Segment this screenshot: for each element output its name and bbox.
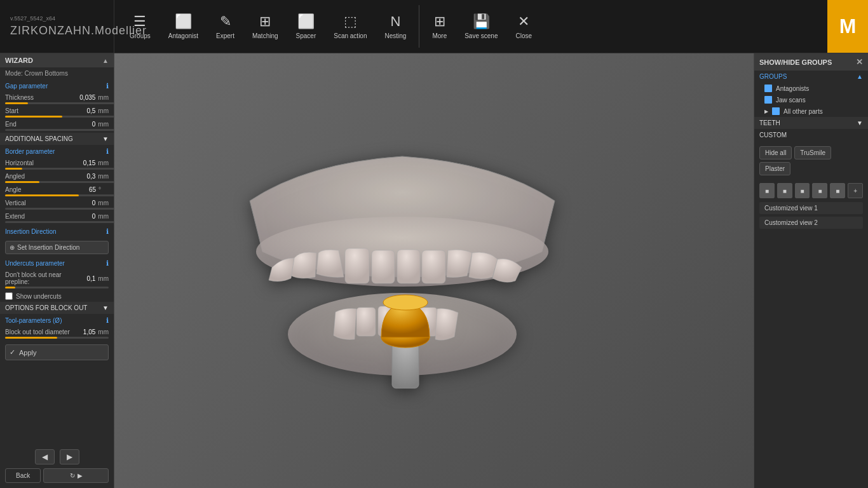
topbar: v.5527_5542_x64 ZIRKONZAHN.Modellier ☰Gr…: [0, 0, 868, 53]
nesting-label: Nesting: [385, 32, 407, 39]
toolbar-matching-button[interactable]: ⊞Matching: [243, 8, 287, 44]
next-button[interactable]: ↻ ▶: [43, 468, 109, 483]
undercuts-parameter-header: Undercuts parameter ℹ: [0, 257, 114, 270]
additional-spacing-icon: ▼: [102, 135, 109, 142]
plaster-button[interactable]: Plaster: [759, 162, 790, 175]
back-button[interactable]: Back: [5, 468, 41, 483]
groups-label: Groups: [130, 32, 151, 39]
view-icon-3[interactable]: ■: [795, 183, 810, 198]
tooth-model-svg: [212, 150, 593, 391]
undercuts-info-icon[interactable]: ℹ: [106, 259, 109, 268]
nav-footer: Back ↻ ▶: [5, 468, 109, 483]
gap-parameter-header: Gap parameter ℹ: [0, 79, 114, 93]
border-fields: Horizontal0,15mmAngled0,3mmAngle65°Verti…: [0, 158, 114, 225]
bottom-nav: ◀ ▶ Back ↻ ▶: [0, 444, 114, 488]
logo-text: ZIRKONZAHN.Modellier: [10, 24, 104, 37]
insertion-info-icon[interactable]: ℹ: [106, 227, 109, 236]
groups-icon: ☰: [133, 13, 146, 30]
nav-prev-button[interactable]: ◀: [35, 449, 55, 464]
hide-all-button[interactable]: Hide all: [759, 146, 792, 159]
show-undercuts-checkbox[interactable]: [5, 292, 13, 300]
toolbar-more-button[interactable]: ⊞More: [423, 8, 456, 44]
wizard-header[interactable]: WIZARD ▲: [0, 53, 114, 67]
dont-block-row: Don't block out near prepline: 0,1 mm: [0, 270, 114, 287]
border-field-vertical: Vertical0mm: [0, 198, 114, 208]
view-icon-4[interactable]: ■: [812, 183, 827, 198]
border-slider-angled[interactable]: [5, 181, 114, 183]
customized-view-2[interactable]: Customized view 2: [759, 217, 863, 229]
toolbar-scan-action-button[interactable]: ⬚Scan action: [325, 8, 376, 44]
trusmile-button[interactable]: TruSmile: [794, 146, 831, 159]
view-icon-add[interactable]: +: [848, 183, 863, 198]
border-parameter-label: Border parameter: [5, 148, 55, 155]
teeth-section-header[interactable]: TEETH ▼: [754, 117, 868, 129]
hide-controls: Hide all TruSmile Plaster: [754, 141, 868, 180]
gap-info-icon[interactable]: ℹ: [106, 82, 109, 90]
toolbar-antagonist-button[interactable]: ⬜Antagonist: [159, 8, 207, 44]
nav-next-button[interactable]: ▶: [60, 449, 79, 464]
all-other-parts-checkbox[interactable]: [772, 107, 780, 115]
gap-slider-start[interactable]: [5, 116, 114, 118]
groups-section-label: GROUPS: [759, 73, 787, 80]
show-undercuts-label: Show undercuts: [16, 293, 62, 300]
groups-panel-close-button[interactable]: ✕: [856, 57, 863, 67]
border-label-horizontal: Horizontal: [5, 159, 74, 166]
border-parameter-header: Border parameter ℹ: [0, 145, 114, 158]
dont-block-label: Don't block out near prepline:: [5, 271, 74, 285]
options-block-out-label: OPTIONS FOR BLOCK OUT: [5, 304, 87, 311]
border-slider-extend[interactable]: [5, 221, 114, 223]
gap-field-end: End0mm: [0, 119, 114, 129]
gap-slider-thickness[interactable]: [5, 102, 114, 104]
matching-label: Matching: [252, 32, 278, 39]
view-icon-2[interactable]: ■: [777, 183, 792, 198]
toolbar-nesting-button[interactable]: NNesting: [376, 8, 416, 44]
groups-panel-header: SHOW/HIDE GROUPS ✕: [754, 53, 868, 71]
block-out-tool-value: 1,05: [76, 329, 95, 336]
border-field-horizontal: Horizontal0,15mm: [0, 158, 114, 168]
groups-panel-title: SHOW/HIDE GROUPS: [759, 58, 832, 66]
tool-parameters-header: Tool-parameters (Ø) ℹ: [0, 314, 114, 327]
svg-rect-1: [345, 248, 369, 283]
border-slider-vertical[interactable]: [5, 208, 114, 210]
customized-view-1[interactable]: Customized view 1: [759, 202, 863, 214]
border-info-icon[interactable]: ℹ: [106, 147, 109, 156]
apply-button[interactable]: ✓ Apply: [5, 344, 109, 360]
logo-area: v.5527_5542_x64 ZIRKONZAHN.Modellier: [0, 0, 114, 53]
toolbar-groups-button[interactable]: ☰Groups: [121, 8, 159, 44]
toolbar-separator: [419, 5, 419, 48]
gap-fields: Thickness0,035mmStart0,5mmEnd0mm: [0, 93, 114, 133]
toolbar-save-scene-button[interactable]: 💾Save scene: [456, 8, 506, 44]
border-slider-horizontal[interactable]: [5, 168, 114, 170]
groups-item-all-other-parts[interactable]: ▶ All other parts: [754, 105, 868, 117]
view-icon-5[interactable]: ■: [830, 183, 845, 198]
view-icon-1[interactable]: ■: [759, 183, 775, 198]
toolbar-spacer-button[interactable]: ⬜Spacer: [287, 8, 325, 44]
toolbar-expert-button[interactable]: ✎Expert: [207, 8, 243, 44]
antagonist-icon: ⬜: [175, 13, 192, 30]
antagonists-checkbox[interactable]: [764, 85, 772, 92]
options-block-out-header[interactable]: OPTIONS FOR BLOCK OUT ▼: [0, 302, 114, 314]
dont-block-value: 0,1: [76, 275, 95, 282]
custom-section-label: CUSTOM: [759, 132, 787, 139]
close-label: Close: [515, 32, 532, 39]
groups-item-jaw-scans[interactable]: Jaw scans: [754, 94, 868, 105]
border-field-extend: Extend0mm: [0, 212, 114, 221]
antagonist-label: Antagonist: [168, 32, 198, 39]
avatar: M: [827, 0, 868, 53]
gap-slider-end[interactable]: [5, 129, 114, 131]
custom-section-header[interactable]: CUSTOM: [754, 129, 868, 141]
additional-spacing-header[interactable]: ADDITIONAL SPACING ▼: [0, 133, 114, 145]
viewport[interactable]: [114, 53, 754, 488]
set-insertion-label: Set Insertion Direction: [17, 244, 79, 251]
refresh-icon: ↻: [70, 472, 75, 479]
set-insertion-direction-button[interactable]: ⊕ Set Insertion Direction: [5, 241, 109, 254]
border-slider-angle[interactable]: [5, 194, 114, 196]
gap-label-start: Start: [5, 107, 74, 114]
toolbar-close-button[interactable]: ✕Close: [506, 8, 541, 44]
groups-item-antagonists[interactable]: Antagonists: [754, 83, 868, 94]
jaw-scans-checkbox[interactable]: [764, 96, 772, 104]
gap-label-thickness: Thickness: [5, 94, 74, 101]
expert-icon: ✎: [220, 13, 231, 30]
show-undercuts-row[interactable]: Show undercuts: [0, 290, 114, 302]
tool-info-icon[interactable]: ℹ: [106, 316, 109, 325]
